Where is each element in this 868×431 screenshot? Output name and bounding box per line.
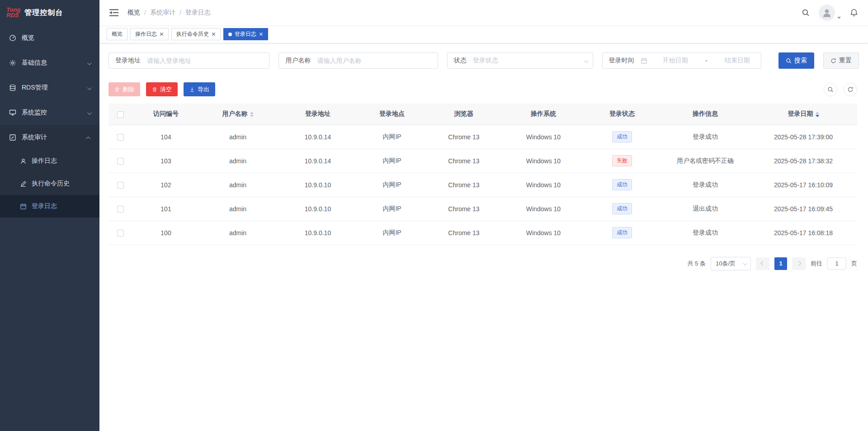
tab-login-log[interactable]: 登录日志 — [223, 28, 268, 40]
sidebar-item-basic-info[interactable]: 基础信息 — [0, 50, 99, 75]
sidebar-item-label: 登录日志 — [32, 202, 57, 210]
reset-button[interactable]: 重置 — [823, 52, 859, 69]
search-button[interactable]: 搜索 — [778, 52, 814, 69]
cell-date: 2025-05-17 16:09:45 — [750, 197, 857, 221]
audit-icon — [9, 134, 16, 141]
show-search-button[interactable] — [824, 83, 837, 96]
logo-mark: Tong RDS — [6, 7, 20, 18]
col-header-user[interactable]: 用户名称 — [200, 104, 276, 125]
cell-id: 100 — [132, 221, 200, 245]
search-icon[interactable] — [802, 9, 810, 17]
start-date-placeholder[interactable]: 开始日期 — [652, 57, 699, 65]
sidebar-item-command-history[interactable]: 执行命令历史 — [0, 172, 99, 195]
row-checkbox[interactable] — [117, 206, 124, 213]
page-size-value: 10条/页 — [716, 260, 736, 268]
end-date-placeholder[interactable]: 结束日期 — [714, 57, 761, 65]
bell-icon[interactable] — [850, 9, 858, 17]
cell-date: 2025-05-28 17:39:00 — [750, 125, 857, 149]
select-all-checkbox[interactable] — [117, 111, 124, 118]
table-row[interactable]: 104 admin 10.9.0.14 内网IP Chrome 13 Windo… — [108, 125, 857, 149]
edit-icon — [20, 180, 27, 187]
user-menu[interactable] — [819, 5, 841, 21]
table-tools — [824, 83, 857, 96]
select-all-cell — [108, 104, 132, 125]
topbar-right — [802, 5, 858, 21]
col-header-os: 操作系统 — [504, 104, 583, 125]
cell-user: admin — [200, 221, 276, 245]
download-icon — [189, 87, 195, 92]
table-row[interactable]: 100 admin 10.9.0.10 内网IP Chrome 13 Windo… — [108, 221, 857, 245]
tab-overview[interactable]: 概览 — [107, 28, 127, 40]
chevron-down-icon — [87, 59, 90, 66]
delete-button[interactable]: 删除 — [108, 82, 140, 96]
pagination: 共 5 条 10条/页 1 前往 页 — [99, 245, 868, 270]
sidebar-item-operation-log[interactable]: 操作日志 — [0, 150, 99, 172]
trash-icon — [152, 87, 157, 92]
cell-location: 内网IP — [360, 125, 424, 149]
close-icon[interactable] — [259, 32, 263, 36]
cell-address: 10.9.0.14 — [276, 125, 360, 149]
tabs-bar: 概览 操作日志 执行命令历史 登录日志 — [99, 25, 868, 43]
cell-message: 登录成功 — [661, 221, 750, 245]
close-icon[interactable] — [212, 32, 216, 36]
cell-address: 10.9.0.10 — [276, 197, 360, 221]
cell-location: 内网IP — [360, 221, 424, 245]
sidebar-item-system-monitor[interactable]: 系统监控 — [0, 100, 99, 125]
login-address-input[interactable] — [147, 57, 269, 64]
refresh-table-button[interactable] — [844, 83, 857, 96]
date-range-separator: - — [699, 57, 714, 64]
login-time-label: 登录时间 — [603, 57, 641, 65]
row-checkbox[interactable] — [117, 158, 124, 165]
refresh-icon — [847, 86, 854, 93]
goto-page-input[interactable] — [827, 257, 846, 270]
user-name-input[interactable] — [317, 57, 437, 64]
sidebar-item-login-log[interactable]: 登录日志 — [0, 195, 99, 218]
tab-operation-log[interactable]: 操作日志 — [130, 28, 169, 40]
col-header-date[interactable]: 登录日期 — [750, 104, 857, 125]
status-label: 状态 — [448, 57, 473, 65]
tab-label: 概览 — [112, 30, 123, 38]
page-size-select[interactable]: 10条/页 — [711, 257, 751, 270]
export-button[interactable]: 导出 — [184, 82, 215, 96]
cell-location: 内网IP — [360, 173, 424, 197]
cell-status: 成功 — [583, 125, 661, 149]
table-row[interactable]: 102 admin 10.9.0.10 内网IP Chrome 13 Windo… — [108, 173, 857, 197]
close-icon[interactable] — [160, 32, 164, 36]
clear-button[interactable]: 清空 — [146, 82, 178, 96]
sidebar-item-overview[interactable]: 概览 — [0, 25, 99, 50]
cell-message: 登录成功 — [661, 125, 750, 149]
sort-icon[interactable] — [816, 112, 819, 117]
cell-id: 101 — [132, 197, 200, 221]
cell-message: 登录成功 — [661, 173, 750, 197]
cell-status: 成功 — [583, 197, 661, 221]
sidebar-item-rds-management[interactable]: RDS管理 — [0, 75, 99, 100]
breadcrumb-item-overview[interactable]: 概览 — [127, 9, 140, 17]
clear-button-label: 清空 — [160, 85, 172, 94]
chevron-right-icon — [797, 261, 801, 266]
page-number-1[interactable]: 1 — [774, 257, 787, 270]
sort-icon[interactable] — [250, 112, 254, 117]
menu-fold-icon[interactable] — [109, 9, 118, 17]
avatar — [819, 5, 835, 21]
login-address-label: 登录地址 — [109, 57, 147, 65]
status-badge: 成功 — [612, 179, 632, 190]
sidebar-item-system-audit[interactable]: 系统审计 — [0, 125, 99, 150]
status-filter[interactable]: 状态 登录状态 — [447, 52, 593, 69]
prev-page-button[interactable] — [756, 257, 769, 270]
cell-browser: Chrome 13 — [424, 125, 504, 149]
tab-command-history[interactable]: 执行命令历史 — [171, 28, 221, 40]
cell-message: 退出成功 — [661, 197, 750, 221]
table-row[interactable]: 101 admin 10.9.0.10 内网IP Chrome 13 Windo… — [108, 197, 857, 221]
col-header-id: 访问编号 — [132, 104, 200, 125]
status-badge: 成功 — [612, 227, 632, 238]
login-time-filter[interactable]: 登录时间 开始日期 - 结束日期 — [602, 52, 761, 69]
cell-id: 104 — [132, 125, 200, 149]
user-icon — [20, 158, 27, 165]
row-checkbox[interactable] — [117, 134, 124, 141]
row-checkbox[interactable] — [117, 182, 124, 189]
table-row[interactable]: 103 admin 10.9.0.14 内网IP Chrome 13 Windo… — [108, 149, 857, 173]
next-page-button[interactable] — [792, 257, 806, 270]
row-checkbox[interactable] — [117, 230, 124, 237]
login-address-filter: 登录地址 — [108, 52, 269, 69]
active-dot-icon — [228, 33, 232, 36]
